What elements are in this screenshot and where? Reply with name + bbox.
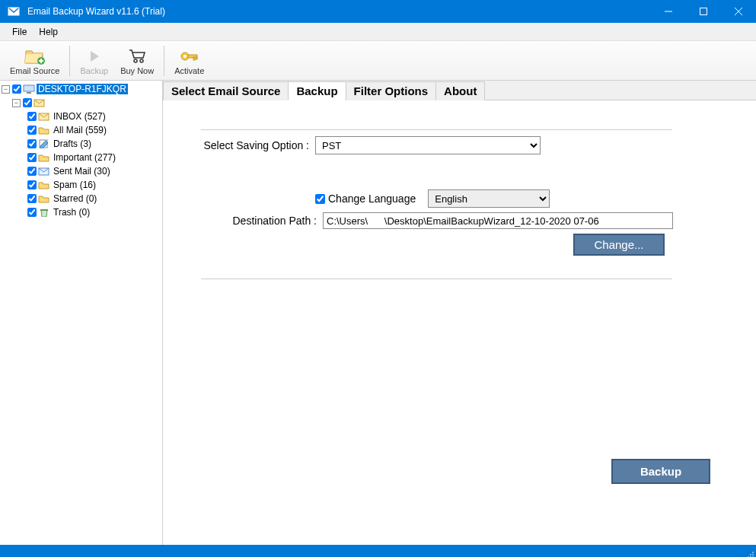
menu-help[interactable]: Help — [33, 27, 64, 37]
folder-label: Trash (0) — [52, 207, 91, 218]
language-select[interactable]: English — [428, 189, 550, 208]
toolbar: Email Source Backup Buy Now Activate — [0, 41, 756, 81]
folder-icon — [38, 207, 50, 218]
svg-rect-16 — [24, 85, 34, 91]
collapse-icon[interactable]: − — [2, 85, 10, 94]
destination-input[interactable] — [323, 212, 673, 229]
computer-icon — [23, 84, 35, 94]
svg-rect-14 — [193, 57, 195, 60]
main-area: − DESKTOP-R1FJKQR − INBOX (527) All Mail… — [0, 81, 756, 545]
folder-icon — [38, 125, 50, 135]
folder-icon — [38, 180, 50, 190]
svg-point-12 — [183, 55, 187, 58]
svg-rect-3 — [700, 8, 707, 15]
content-area: Select Email Source Backup Filter Option… — [163, 81, 756, 545]
tree-folder[interactable]: INBOX (527) — [2, 110, 161, 123]
tree-folder[interactable]: Sent Mail (30) — [2, 164, 161, 178]
close-button[interactable] — [721, 0, 756, 23]
minimize-button[interactable] — [651, 0, 686, 23]
svg-rect-15 — [196, 57, 197, 59]
destination-label: Destination Path : — [178, 215, 323, 227]
tab-about[interactable]: About — [435, 81, 485, 100]
folder-icon — [38, 193, 50, 204]
tab-backup[interactable]: Backup — [288, 81, 346, 100]
svg-rect-17 — [27, 92, 31, 94]
activate-label: Activate — [174, 66, 204, 75]
folder-checkbox[interactable] — [27, 180, 37, 189]
key-icon — [179, 46, 200, 66]
backup-toolbar-label: Backup — [80, 66, 108, 75]
root-label: DESKTOP-R1FJKQR — [37, 84, 128, 94]
title-bar: Email Backup Wizard v11.6 (Trial) — [0, 0, 756, 23]
menu-bar: File Help — [0, 23, 756, 41]
account-checkbox[interactable] — [23, 98, 32, 107]
activate-button[interactable]: Activate — [169, 43, 209, 79]
folder-label: Drafts (3) — [52, 138, 93, 149]
folder-checkbox[interactable] — [27, 208, 37, 217]
svg-point-9 — [134, 59, 137, 62]
tab-filter-options[interactable]: Filter Options — [346, 81, 437, 100]
tree-folder[interactable]: Trash (0) — [2, 205, 161, 219]
play-icon — [84, 46, 105, 66]
svg-rect-22 — [40, 209, 48, 211]
svg-point-25 — [752, 554, 754, 555]
mail-icon — [33, 97, 46, 108]
tree-account[interactable]: − — [2, 96, 161, 110]
folder-icon — [38, 111, 50, 122]
svg-point-28 — [752, 552, 754, 553]
folder-tree: − DESKTOP-R1FJKQR − INBOX (527) All Mail… — [0, 81, 163, 545]
tree-root[interactable]: − DESKTOP-R1FJKQR — [2, 82, 161, 96]
folder-icon — [38, 166, 50, 177]
toolbar-separator — [69, 46, 70, 76]
status-bar — [0, 545, 756, 557]
tree-folder[interactable]: Starred (0) — [2, 192, 161, 205]
buy-now-button[interactable]: Buy Now — [115, 43, 159, 79]
maximize-button[interactable] — [686, 0, 721, 23]
folder-label: INBOX (527) — [52, 111, 107, 122]
tree-folder[interactable]: Drafts (3) — [2, 137, 161, 151]
folder-label: Sent Mail (30) — [52, 166, 112, 177]
folder-label: Starred (0) — [52, 193, 98, 204]
folder-checkbox[interactable] — [27, 153, 37, 162]
root-checkbox[interactable] — [12, 84, 21, 94]
svg-point-27 — [750, 554, 751, 555]
tab-bar: Select Email Source Backup Filter Option… — [163, 81, 756, 100]
toolbar-separator — [164, 46, 164, 76]
folder-label: All Mail (559) — [52, 125, 108, 135]
saving-option-select[interactable]: PST — [315, 136, 541, 154]
saving-option-label: Select Saving Option : — [178, 139, 315, 151]
buy-now-label: Buy Now — [120, 66, 154, 75]
folder-checkbox[interactable] — [27, 112, 37, 121]
tree-folder[interactable]: Important (277) — [2, 151, 161, 164]
resize-grip-icon[interactable] — [745, 548, 754, 557]
tree-folder[interactable]: All Mail (559) — [2, 123, 161, 137]
email-source-button[interactable]: Email Source — [5, 43, 65, 79]
backup-button-toolbar[interactable]: Backup — [75, 43, 113, 79]
folder-label: Spam (16) — [52, 180, 97, 190]
window-title: Email Backup Wizard v11.6 (Trial) — [27, 6, 651, 17]
tab-select-source[interactable]: Select Email Source — [163, 81, 289, 100]
svg-point-10 — [140, 59, 143, 62]
folder-checkbox[interactable] — [27, 167, 37, 176]
folder-label: Important (277) — [52, 152, 117, 163]
folder-checkbox[interactable] — [27, 139, 37, 148]
change-language-checkbox[interactable] — [315, 194, 325, 204]
app-icon — [5, 5, 23, 18]
change-button[interactable]: Change... — [573, 234, 665, 256]
collapse-icon[interactable]: − — [12, 99, 21, 107]
email-source-label: Email Source — [10, 66, 59, 75]
folder-checkbox[interactable] — [27, 126, 37, 135]
backup-panel: Select Saving Option : PST Change Langua… — [163, 100, 756, 545]
cart-icon — [126, 46, 148, 66]
tree-folder[interactable]: Spam (16) — [2, 178, 161, 192]
menu-file[interactable]: File — [6, 27, 33, 37]
backup-button[interactable]: Backup — [611, 459, 710, 484]
folder-icon — [38, 152, 50, 163]
folder-add-icon — [24, 46, 46, 66]
change-language-label: Change Language — [328, 193, 416, 205]
folder-checkbox[interactable] — [27, 194, 37, 203]
folder-icon — [38, 138, 50, 149]
